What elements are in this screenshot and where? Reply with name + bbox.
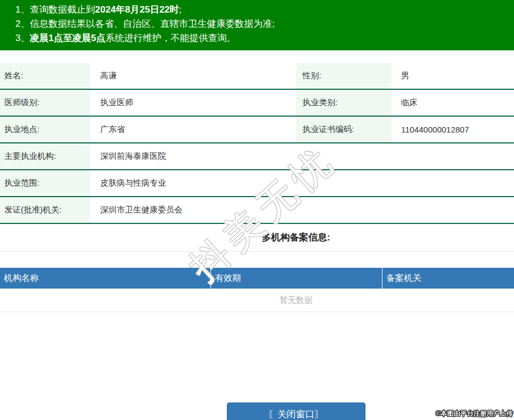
info-row: 主要执业机构: 深圳前海泰康医院 — [0, 143, 514, 170]
org-col-validity: 有效期 — [211, 268, 382, 289]
notice-line-number: 2、 — [15, 19, 30, 29]
empty-data-text: 暂无数据 — [0, 289, 514, 312]
primary-institution-value: 深圳前海泰康医院 — [90, 143, 514, 169]
info-row: 姓名: 高谦 性别: 男 — [0, 63, 514, 90]
practice-category-value: 临床 — [392, 90, 514, 116]
issuing-authority-label: 发证(批准)机关: — [0, 197, 90, 223]
page: 1、查询数据截止到2024年8月25日22时; 2、信息数据结果以各省、自治区、… — [0, 0, 514, 420]
physician-level-label: 医师级别: — [0, 90, 90, 116]
practice-location-value: 广东省 — [90, 117, 296, 142]
notice-text: 信息数据结果以各省、自治区、直辖市卫生健康委数据为准; — [30, 19, 275, 29]
notice-text-bold: 2024年8月25日22时 — [95, 4, 179, 15]
physician-level-value: 执业医师 — [90, 90, 296, 116]
doctor-info-table: 姓名: 高谦 性别: 男 医师级别: 执业医师 执业类别: 临床 执业地点: 广… — [0, 63, 514, 224]
multi-org-title: 多机构备案信息: — [0, 224, 514, 252]
primary-institution-label: 主要执业机构: — [0, 143, 90, 169]
org-col-authority: 备案机关 — [382, 268, 514, 289]
org-col-institution: 机构名称 — [0, 268, 211, 289]
close-window-button[interactable]: 〖关闭窗口〗 — [227, 402, 365, 420]
photo-credit: ©本图由平台注册用户上传 — [436, 409, 513, 418]
notice-line-number: 3、 — [15, 33, 30, 43]
notice-line-1: 1、查询数据截止到2024年8月25日22时; — [15, 3, 514, 17]
certificate-number-value: 110440000012807 — [392, 117, 514, 142]
certificate-number-label: 执业证书编码: — [296, 117, 392, 142]
notice-text: 系统进行维护，不能提供查询。 — [105, 33, 236, 43]
info-row: 发证(批准)机关: 深圳市卫生健康委员会 — [0, 197, 514, 224]
gender-value: 男 — [392, 63, 514, 89]
notice-text: 查询数据截止到 — [30, 4, 95, 15]
notice-text: ; — [179, 4, 182, 15]
name-value: 高谦 — [90, 63, 296, 89]
info-row: 执业地点: 广东省 执业证书编码: 110440000012807 — [0, 117, 514, 143]
org-table-header: 机构名称 有效期 备案机关 — [0, 268, 514, 289]
gender-label: 性别: — [296, 63, 392, 89]
name-label: 姓名: — [0, 63, 90, 89]
practice-location-label: 执业地点: — [0, 117, 90, 142]
info-row: 医师级别: 执业医师 执业类别: 临床 — [0, 90, 514, 117]
practice-category-label: 执业类别: — [296, 90, 392, 116]
issuing-authority-value: 深圳市卫生健康委员会 — [90, 197, 514, 223]
notice-banner: 1、查询数据截止到2024年8月25日22时; 2、信息数据结果以各省、自治区、… — [0, 0, 514, 50]
notice-line-3: 3、凌晨1点至凌晨5点系统进行维护，不能提供查询。 — [15, 31, 514, 45]
notice-line-number: 1、 — [15, 4, 30, 15]
info-row: 执业范围: 皮肤病与性病专业 — [0, 170, 514, 197]
practice-scope-value: 皮肤病与性病专业 — [90, 170, 514, 196]
notice-line-2: 2、信息数据结果以各省、自治区、直辖市卫生健康委数据为准; — [15, 17, 514, 31]
practice-scope-label: 执业范围: — [0, 170, 90, 196]
notice-text-bold: 凌晨1点至凌晨5点 — [30, 33, 105, 43]
org-table: 机构名称 有效期 备案机关 暂无数据 — [0, 268, 514, 312]
